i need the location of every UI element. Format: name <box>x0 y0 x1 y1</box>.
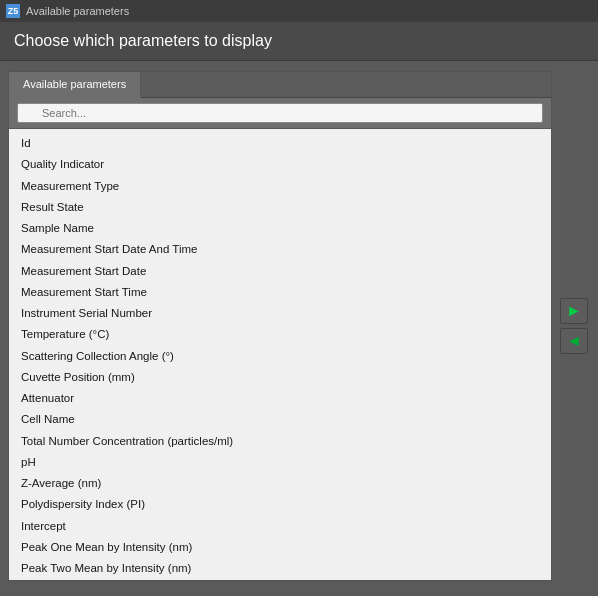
list-item[interactable]: Measurement Type <box>9 176 551 197</box>
title-bar-icon: Z5 <box>6 4 20 18</box>
list-item[interactable]: Z-Average (nm) <box>9 473 551 494</box>
panel-tabs: Available parameters <box>9 72 551 98</box>
list-item[interactable]: Attenuator <box>9 388 551 409</box>
add-button[interactable]: ► <box>560 298 588 324</box>
content-area: Available parameters 🔍 IdQuality Indicat… <box>0 61 598 591</box>
list-item[interactable]: Polydispersity Index (PI) <box>9 494 551 515</box>
action-buttons-column: ► ◄ <box>558 71 590 581</box>
tab-available-parameters[interactable]: Available parameters <box>9 72 141 98</box>
remove-button[interactable]: ◄ <box>560 328 588 354</box>
list-item[interactable]: Id <box>9 133 551 154</box>
list-item[interactable]: Total Number Concentration (particles/ml… <box>9 431 551 452</box>
list-item[interactable]: Cell Name <box>9 409 551 430</box>
list-item[interactable]: Intercept <box>9 516 551 537</box>
list-item[interactable]: Instrument Serial Number <box>9 303 551 324</box>
list-item[interactable]: Cuvette Position (mm) <box>9 367 551 388</box>
list-item[interactable]: Scattering Collection Angle (°) <box>9 346 551 367</box>
list-item[interactable]: Measurement Start Date And Time <box>9 239 551 260</box>
remove-arrow-icon: ◄ <box>566 332 582 350</box>
main-header: Choose which parameters to display <box>0 22 598 61</box>
tab-label: Available parameters <box>23 78 126 90</box>
search-input[interactable] <box>17 103 543 123</box>
list-item[interactable]: pH <box>9 452 551 473</box>
list-item[interactable]: Peak Three Mean by Intensity (nm) <box>9 579 551 580</box>
list-item[interactable]: Temperature (°C) <box>9 324 551 345</box>
list-item[interactable]: Sample Name <box>9 218 551 239</box>
main-title: Choose which parameters to display <box>14 32 272 49</box>
title-bar-text: Available parameters <box>26 5 129 17</box>
list-item[interactable]: Result State <box>9 197 551 218</box>
list-item[interactable]: Measurement Start Date <box>9 261 551 282</box>
list-item[interactable]: Quality Indicator <box>9 154 551 175</box>
list-item[interactable]: Measurement Start Time <box>9 282 551 303</box>
search-bar: 🔍 <box>9 98 551 129</box>
add-arrow-icon: ► <box>566 302 582 320</box>
title-bar: Z5 Available parameters <box>0 0 598 22</box>
list-item[interactable]: Peak One Mean by Intensity (nm) <box>9 537 551 558</box>
params-list[interactable]: IdQuality IndicatorMeasurement TypeResul… <box>9 129 551 580</box>
list-item[interactable]: Peak Two Mean by Intensity (nm) <box>9 558 551 579</box>
available-params-panel: Available parameters 🔍 IdQuality Indicat… <box>8 71 552 581</box>
